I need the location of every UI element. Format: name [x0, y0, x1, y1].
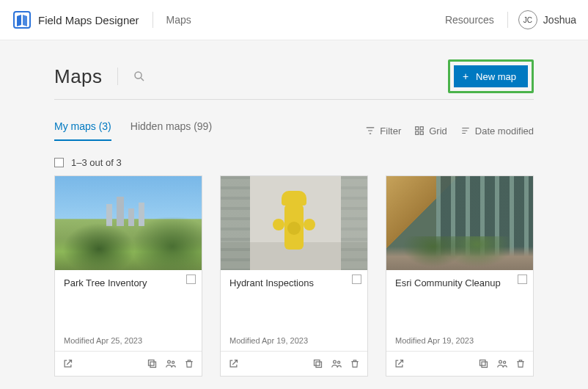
- new-map-button[interactable]: + New map: [454, 65, 528, 87]
- duplicate-button[interactable]: [312, 358, 323, 369]
- filter-button[interactable]: Filter: [365, 126, 401, 137]
- trash-icon: [515, 358, 526, 369]
- svg-rect-5: [416, 131, 419, 134]
- share-button[interactable]: [331, 358, 342, 369]
- share-button[interactable]: [165, 358, 177, 369]
- open-button[interactable]: [394, 358, 405, 369]
- svg-point-13: [334, 360, 337, 363]
- avatar[interactable]: JC: [518, 10, 537, 29]
- sort-icon: [460, 126, 471, 136]
- duplicate-icon: [478, 358, 489, 369]
- card-actions: [55, 351, 202, 376]
- map-card[interactable]: Park Tree Inventory Modified Apr 25, 202…: [54, 175, 202, 377]
- card-checkbox[interactable]: [186, 275, 196, 284]
- search-button[interactable]: [133, 70, 146, 83]
- divider: [117, 68, 118, 85]
- open-button[interactable]: [62, 358, 73, 369]
- svg-rect-16: [480, 360, 486, 366]
- nav-maps[interactable]: Maps: [166, 14, 191, 26]
- svg-rect-3: [416, 127, 419, 130]
- svg-point-17: [499, 360, 502, 363]
- open-icon: [228, 358, 239, 369]
- plus-icon: +: [463, 70, 468, 82]
- selection-count: 1–3 out of 3: [71, 157, 122, 168]
- trash-icon: [184, 358, 194, 369]
- tab-hidden-maps[interactable]: Hidden maps (99): [131, 120, 212, 141]
- svg-rect-7: [150, 362, 156, 368]
- page-header: Maps + New map: [54, 59, 534, 100]
- card-thumbnail: [386, 176, 533, 270]
- tab-my-maps[interactable]: My maps (3): [54, 120, 111, 141]
- select-all-checkbox[interactable]: [54, 158, 64, 167]
- card-modified: Modified Apr 19, 2023: [221, 336, 367, 351]
- card-checkbox[interactable]: [352, 275, 361, 284]
- divider: [152, 12, 153, 28]
- svg-point-18: [504, 361, 506, 363]
- duplicate-icon: [147, 358, 158, 369]
- svg-point-1: [135, 72, 142, 79]
- nav-resources[interactable]: Resources: [445, 14, 494, 26]
- delete-button[interactable]: [184, 358, 194, 369]
- card-thumbnail: [55, 176, 202, 270]
- top-bar: Field Maps Designer Maps Resources JC Jo…: [0, 0, 588, 40]
- app-title: Field Maps Designer: [38, 14, 139, 26]
- open-icon: [62, 358, 73, 369]
- svg-rect-8: [149, 360, 155, 366]
- open-button[interactable]: [228, 358, 239, 369]
- card-title: Hydrant Inspections: [229, 277, 359, 288]
- trash-icon: [350, 358, 360, 369]
- svg-point-10: [172, 361, 174, 363]
- grid-label: Grid: [429, 126, 447, 137]
- duplicate-icon: [312, 358, 323, 369]
- card-thumbnail: [221, 176, 367, 270]
- sort-label: Date modified: [475, 126, 534, 137]
- people-icon: [331, 358, 342, 369]
- map-card[interactable]: Hydrant Inspections Modified Apr 19, 202…: [220, 175, 368, 377]
- share-button[interactable]: [496, 358, 508, 369]
- selection-row: 1–3 out of 3: [54, 157, 534, 168]
- delete-button[interactable]: [515, 358, 526, 369]
- duplicate-button[interactable]: [478, 358, 489, 369]
- map-card[interactable]: Esri Community Cleanup Modified Apr 19, …: [386, 175, 534, 377]
- card-checkbox[interactable]: [518, 275, 527, 284]
- svg-rect-15: [482, 362, 488, 368]
- view-grid-button[interactable]: Grid: [414, 126, 447, 137]
- open-icon: [394, 358, 405, 369]
- duplicate-button[interactable]: [147, 358, 158, 369]
- page-title: Maps: [54, 65, 103, 88]
- username[interactable]: Joshua: [543, 14, 576, 26]
- grid-icon: [414, 126, 425, 136]
- svg-line-2: [141, 78, 144, 81]
- content: Maps + New map My maps (3) Hidden maps (…: [0, 40, 588, 377]
- svg-rect-12: [315, 360, 320, 366]
- card-actions: [221, 351, 367, 376]
- cards-grid: Park Tree Inventory Modified Apr 25, 202…: [54, 175, 534, 377]
- card-title: Park Tree Inventory: [64, 277, 193, 288]
- people-icon: [496, 358, 508, 369]
- tabs-row: My maps (3) Hidden maps (99) Filter Grid…: [54, 120, 534, 141]
- card-modified: Modified Apr 25, 2023: [55, 336, 202, 351]
- card-modified: Modified Apr 19, 2023: [386, 336, 533, 351]
- filter-label: Filter: [380, 126, 401, 137]
- svg-rect-11: [316, 362, 322, 368]
- svg-rect-6: [420, 131, 423, 134]
- svg-rect-0: [14, 12, 30, 28]
- app-logo-icon: [13, 11, 31, 29]
- divider: [507, 12, 508, 28]
- card-actions: [386, 351, 533, 376]
- svg-point-9: [168, 360, 171, 363]
- filter-icon: [365, 126, 375, 136]
- svg-point-14: [338, 361, 340, 363]
- svg-rect-4: [420, 127, 423, 130]
- new-map-label: New map: [476, 71, 516, 82]
- delete-button[interactable]: [350, 358, 360, 369]
- sort-button[interactable]: Date modified: [460, 126, 534, 137]
- people-icon: [165, 358, 177, 369]
- new-map-highlight: + New map: [448, 59, 534, 93]
- search-icon: [133, 70, 146, 83]
- card-title: Esri Community Cleanup: [395, 277, 524, 288]
